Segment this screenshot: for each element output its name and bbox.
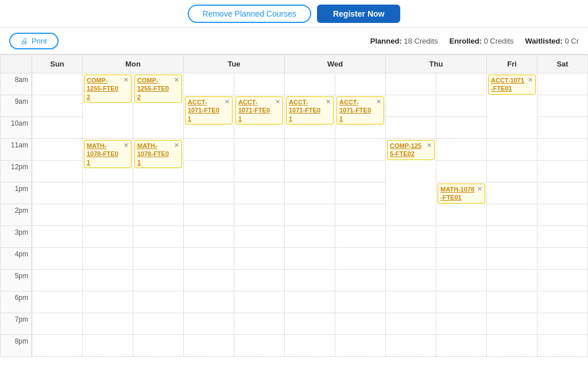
cell-thu1-7pm (386, 313, 436, 335)
cell-mon2-8am[interactable]: COMP-1255-FTE02 ✕ (133, 73, 184, 139)
time-label-10am: 10am (1, 117, 32, 139)
event-link-mon2-comp1255[interactable]: COMP-1255-FTE02 (137, 76, 172, 101)
event-link-wed2-acct1071[interactable]: ACCT-1071-FTE01 (339, 98, 374, 123)
event-mon1-math1078[interactable]: MATH-1078-FTE01 ✕ (84, 140, 131, 168)
close-wed2-acct1071[interactable]: ✕ (376, 98, 381, 106)
close-wed1-acct1071[interactable]: ✕ (326, 98, 331, 106)
close-tue1-acct1071[interactable]: ✕ (225, 98, 230, 106)
cell-sun-11am (32, 139, 83, 161)
time-row-8am: 8am COMP-1255-FTE02 ✕ COMP-1255-FTE02 ✕ (1, 73, 588, 95)
cell-wed2-7pm (335, 313, 386, 335)
cell-tue2-5pm (234, 270, 285, 291)
cell-tue1-4pm (184, 248, 234, 270)
cell-tue2-3pm (234, 226, 285, 248)
cell-tue2-1pm (234, 182, 285, 204)
event-wed2-acct1071[interactable]: ACCT-1071-FTE01 ✕ (336, 96, 384, 124)
cell-mon1-11am[interactable]: MATH-1078-FTE01 ✕ (83, 139, 133, 182)
cell-thu2-3pm (436, 226, 487, 248)
print-button[interactable]: 🖨 Print (9, 33, 59, 49)
event-fri-acct1071[interactable]: ACCT-1071-FTE01 ✕ (488, 75, 536, 95)
cell-tue2-7pm (234, 313, 285, 335)
time-label-8am: 8am (1, 73, 32, 95)
cell-wed2-5pm (335, 270, 386, 291)
cell-wed2-3pm (335, 226, 386, 248)
close-mon2-math1078[interactable]: ✕ (174, 142, 179, 149)
event-wed1-acct1071[interactable]: ACCT-1071-FTE01 ✕ (286, 96, 334, 124)
cell-mon1-8pm (83, 335, 133, 357)
cell-wed1-5pm (285, 270, 335, 291)
event-link-mon1-comp1255[interactable]: COMP-1255-FTE02 (87, 76, 122, 101)
cell-fri-2pm (487, 204, 537, 226)
col-mon: Mon (83, 55, 184, 73)
cell-thu2-5pm (436, 270, 487, 291)
cell-sat-12pm (537, 161, 588, 182)
cell-thu2-7pm (436, 313, 487, 335)
close-fri-acct1071[interactable]: ✕ (528, 76, 533, 84)
event-thu2-math1078[interactable]: MATH-1078-FTE01 ✕ (438, 184, 485, 204)
time-row-2pm: 2pm (1, 204, 588, 226)
cell-thu1-8am (386, 73, 436, 95)
cell-wed1-8pm (285, 335, 335, 357)
event-link-mon2-math1078[interactable]: MATH-1078-FTE01 (137, 142, 172, 166)
cell-tue1-5pm (184, 270, 234, 291)
cell-tue1-1pm (184, 182, 234, 204)
cell-tue1-2pm (184, 204, 234, 226)
time-label-2pm: 2pm (1, 204, 32, 226)
cell-sat-3pm (537, 226, 588, 248)
event-link-thu1-comp1255[interactable]: COMP-1255-FTE02 (390, 142, 425, 158)
cell-tue1-9am[interactable]: ACCT-1071-FTE01 ✕ (184, 95, 234, 139)
time-row-3pm: 3pm (1, 226, 588, 248)
close-mon1-math1078[interactable]: ✕ (123, 142, 129, 149)
cell-tue2-9am[interactable]: ACCT-1071-FTE01 ✕ (234, 95, 285, 139)
cell-thu1-3pm (386, 226, 436, 248)
cell-mon1-4pm (83, 248, 133, 270)
cell-sat-10am (537, 117, 588, 139)
close-mon1-comp1255[interactable]: ✕ (123, 76, 129, 84)
close-mon2-comp1255[interactable]: ✕ (174, 76, 179, 84)
event-link-wed1-acct1071[interactable]: ACCT-1071-FTE01 (289, 98, 324, 123)
cell-mon2-4pm (133, 248, 184, 270)
close-thu2-math1078[interactable]: ✕ (477, 185, 482, 193)
cell-mon2-7pm (133, 313, 184, 335)
cell-fri-11am (487, 139, 537, 161)
event-tue2-acct1071[interactable]: ACCT-1071-FTE01 ✕ (235, 96, 283, 124)
register-now-button[interactable]: Register Now (317, 5, 400, 23)
close-tue2-acct1071[interactable]: ✕ (275, 98, 280, 106)
cell-mon1-6pm (83, 291, 133, 313)
cell-fri-1pm (487, 182, 537, 204)
cell-sat-1pm (537, 182, 588, 204)
event-link-tue1-acct1071[interactable]: ACCT-1071-FTE01 (188, 98, 223, 123)
cell-fri-6pm (487, 291, 537, 313)
event-link-fri-acct1071[interactable]: ACCT-1071-FTE01 (491, 76, 526, 93)
cell-mon2-1pm (133, 182, 184, 204)
event-link-tue2-acct1071[interactable]: ACCT-1071-FTE01 (238, 98, 273, 123)
event-link-mon1-math1078[interactable]: MATH-1078-FTE01 (87, 142, 122, 166)
cell-sun-10am (32, 117, 83, 139)
cell-thu2-1pm[interactable]: MATH-1078-FTE01 ✕ (436, 182, 487, 226)
cell-wed1-9am[interactable]: ACCT-1071-FTE01 ✕ (285, 95, 335, 139)
event-tue1-acct1071[interactable]: ACCT-1071-FTE01 ✕ (185, 96, 233, 124)
cell-fri-12pm (487, 161, 537, 182)
cell-sat-6pm (537, 291, 588, 313)
cell-mon2-11am[interactable]: MATH-1078-FTE01 ✕ (133, 139, 184, 182)
cell-thu1-5pm (386, 270, 436, 291)
event-mon1-comp1255[interactable]: COMP-1255-FTE02 ✕ (84, 75, 131, 103)
cell-mon1-7pm (83, 313, 133, 335)
event-thu1-comp1255[interactable]: COMP-1255-FTE02 ✕ (387, 140, 435, 160)
cell-mon1-8am[interactable]: COMP-1255-FTE02 ✕ (83, 73, 133, 139)
time-label-12pm: 12pm (1, 161, 32, 182)
time-row-1pm: 1pm MATH-1078-FTE01 ✕ (1, 182, 588, 204)
remove-courses-button[interactable]: Remove Planned Courses (188, 5, 311, 23)
close-thu1-comp1255[interactable]: ✕ (427, 142, 432, 149)
cell-thu1-11am[interactable]: COMP-1255-FTE02 ✕ (386, 139, 436, 226)
event-link-thu2-math1078[interactable]: MATH-1078-FTE01 (440, 185, 475, 202)
cell-mon2-2pm (133, 204, 184, 226)
cell-fri-8am[interactable]: ACCT-1071-FTE01 ✕ (487, 73, 537, 139)
event-mon2-math1078[interactable]: MATH-1078-FTE01 ✕ (134, 140, 182, 168)
cell-tue2-6pm (234, 291, 285, 313)
cell-wed2-9am[interactable]: ACCT-1071-FTE01 ✕ (335, 95, 386, 139)
cell-sun-6pm (32, 291, 83, 313)
cell-sat-8pm (537, 335, 588, 357)
event-mon2-comp1255[interactable]: COMP-1255-FTE02 ✕ (134, 75, 182, 103)
cell-mon2-3pm (133, 226, 184, 248)
